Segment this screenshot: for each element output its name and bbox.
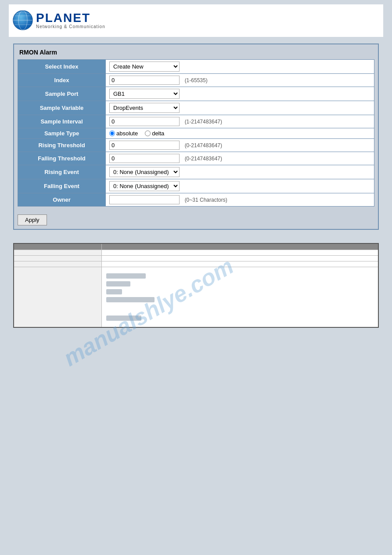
sample-type-radio-group: absolute delta	[109, 130, 370, 137]
radio-delta-label[interactable]: delta	[145, 130, 164, 137]
sample-variable-label: Sample Variable	[18, 101, 106, 115]
select-index-dropdown[interactable]: Create New	[109, 62, 180, 72]
table-row: Rising Event 0: None (Unassigned)	[18, 165, 374, 179]
table-row: Index (1-65535)	[18, 74, 374, 87]
table-row: Falling Event 0: None (Unassigned)	[18, 179, 374, 193]
select-index-label: Select Index	[18, 60, 106, 74]
apply-button[interactable]: Apply	[18, 214, 47, 225]
falling-event-label: Falling Event	[18, 179, 106, 193]
placeholder-bar	[106, 281, 130, 287]
table-row	[14, 267, 378, 327]
index-input[interactable]	[109, 76, 180, 85]
table-row	[14, 243, 378, 250]
radio-absolute-text: absolute	[116, 130, 138, 137]
index-hint: (1-65535)	[185, 77, 208, 83]
table-row	[14, 250, 378, 255]
placeholder-bar	[106, 297, 155, 302]
sample-port-dropdown[interactable]: GB1	[109, 89, 180, 99]
placeholder-bar	[106, 316, 141, 321]
sample-type-label: Sample Type	[18, 128, 106, 139]
rising-threshold-hint: (0-2147483647)	[185, 142, 222, 149]
panel-title: RMON Alarm	[18, 48, 374, 57]
table-row	[14, 255, 378, 261]
table-row: Sample Port GB1	[18, 87, 374, 101]
logo-area: PLANET Networking & Communication	[9, 4, 383, 37]
rising-threshold-label: Rising Threshold	[18, 139, 106, 152]
falling-event-dropdown[interactable]: 0: None (Unassigned)	[109, 181, 180, 191]
placeholder-bar	[106, 273, 146, 279]
content-area: RMON Alarm Select Index Create New	[9, 37, 383, 332]
logo-globe-icon	[12, 10, 33, 31]
falling-threshold-input[interactable]	[109, 154, 180, 163]
sample-port-label: Sample Port	[18, 87, 106, 101]
owner-hint: (0~31 Charactors)	[185, 197, 227, 203]
rising-event-dropdown[interactable]: 0: None (Unassigned)	[109, 167, 180, 177]
logo-text: PLANET Networking & Communication	[36, 12, 105, 29]
radio-absolute-label[interactable]: absolute	[109, 130, 138, 137]
sample-interval-label: Sample Interval	[18, 115, 106, 128]
falling-threshold-hint: (0-2147483647)	[185, 156, 222, 162]
radio-delta[interactable]	[145, 131, 151, 136]
table-row: Owner (0~31 Charactors)	[18, 193, 374, 207]
rmon-form-table: Select Index Create New Index (1-65535)	[18, 59, 374, 207]
table-row: Sample Interval (1-2147483647)	[18, 115, 374, 128]
index-label: Index	[18, 74, 106, 87]
owner-input[interactable]	[109, 195, 180, 204]
sample-interval-input[interactable]	[109, 117, 180, 126]
falling-threshold-label: Falling Threshold	[18, 152, 106, 165]
table-row: Sample Type absolute delta	[18, 128, 374, 139]
lower-section	[13, 243, 379, 328]
sample-variable-dropdown[interactable]: DropEvents	[109, 103, 180, 113]
table-row: Select Index Create New	[18, 60, 374, 74]
rising-event-label: Rising Event	[18, 165, 106, 179]
radio-absolute[interactable]	[109, 131, 115, 136]
lower-table	[13, 243, 379, 328]
rmon-alarm-panel: RMON Alarm Select Index Create New	[13, 44, 379, 230]
rising-threshold-input[interactable]	[109, 141, 180, 150]
brand-subtitle: Networking & Communication	[36, 24, 105, 29]
table-row	[14, 261, 378, 267]
brand-name: PLANET	[36, 12, 105, 24]
table-row: Falling Threshold (0-2147483647)	[18, 152, 374, 165]
apply-button-area: Apply	[18, 211, 374, 225]
logo: PLANET Networking & Communication	[9, 8, 109, 33]
placeholder-bar	[106, 289, 122, 294]
table-row: Rising Threshold (0-2147483647)	[18, 139, 374, 152]
owner-label: Owner	[18, 193, 106, 207]
table-row: Sample Variable DropEvents	[18, 101, 374, 115]
radio-delta-text: delta	[152, 130, 164, 137]
sample-interval-hint: (1-2147483647)	[185, 119, 222, 125]
